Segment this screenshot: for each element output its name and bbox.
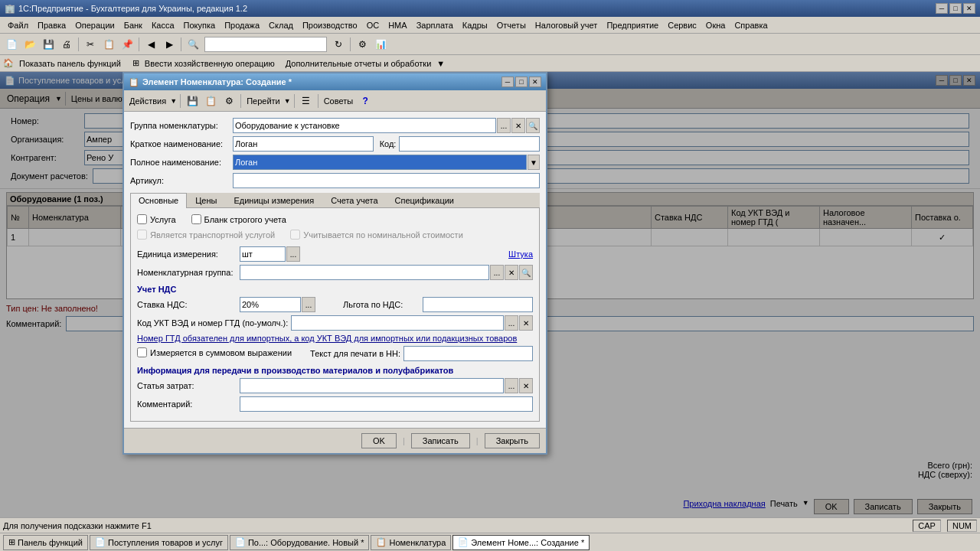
dialog-maximize[interactable]: □	[515, 77, 528, 87]
shortname-input[interactable]	[233, 136, 374, 152]
nomgroup-input[interactable]	[240, 265, 489, 280]
dialog-extra-btn[interactable]: ⚙	[220, 93, 237, 109]
dialog-close-x[interactable]: ✕	[529, 77, 541, 87]
dialog-save-btn[interactable]: 💾	[184, 93, 201, 109]
task-receipts[interactable]: 📄 Поступления товаров и услуг	[90, 535, 228, 550]
minimize-btn[interactable]: ─	[936, 3, 948, 14]
maximize-btn[interactable]: □	[949, 3, 962, 14]
refresh-btn[interactable]: ↻	[330, 36, 347, 53]
task-nomenclature[interactable]: 📋 Номенклатура	[371, 535, 451, 550]
extra1-btn[interactable]: ⚙	[354, 36, 371, 53]
menu-kassa[interactable]: Касса	[147, 19, 179, 31]
tab-basic[interactable]: Основные	[130, 193, 187, 208]
comment-input[interactable]	[240, 396, 533, 412]
menu-file[interactable]: Файл	[3, 19, 33, 31]
vatrate-input[interactable]	[240, 297, 301, 312]
transport-label: Является транспортной услугой	[150, 230, 275, 240]
print-text-input[interactable]	[403, 346, 533, 361]
measured-check[interactable]	[137, 347, 147, 357]
extra-reports-arrow[interactable]: ▼	[436, 59, 445, 68]
fullname-input[interactable]	[233, 155, 527, 170]
ukt-input[interactable]	[291, 315, 504, 331]
menu-nma[interactable]: НМА	[384, 19, 411, 31]
menu-tax[interactable]: Налоговый учет	[531, 19, 603, 31]
vatbenefit-input[interactable]	[423, 297, 533, 312]
dialog-go-arrow[interactable]: ▼	[284, 97, 291, 105]
save-btn[interactable]: 💾	[40, 36, 57, 53]
record-btn[interactable]: Записать	[411, 433, 470, 448]
new-btn[interactable]: 📄	[3, 36, 20, 53]
dialog-help-icon[interactable]: ?	[357, 93, 374, 109]
group-search-btn[interactable]: 🔍	[526, 118, 540, 133]
dialog-minimize[interactable]: ─	[501, 77, 514, 87]
transport-check[interactable]	[137, 230, 147, 240]
menu-windows[interactable]: Окна	[701, 19, 730, 31]
print-btn[interactable]: 🖨	[58, 36, 75, 53]
dialog-советы-btn[interactable]: Советы	[322, 96, 355, 106]
menu-salary[interactable]: Зарплата	[412, 19, 458, 31]
show-panel-btn[interactable]: Показать панель функций	[17, 58, 123, 69]
search-btn[interactable]: 🔍	[185, 36, 201, 53]
service-check[interactable]	[137, 214, 147, 224]
dialog-actions-arrow[interactable]: ▼	[170, 97, 177, 105]
dialog-go-btn[interactable]: Перейти	[244, 96, 283, 106]
menu-enterprise[interactable]: Предприятие	[602, 19, 663, 31]
task-element[interactable]: 📄 Элемент Номе...: Создание *	[452, 535, 590, 550]
fullname-dropdown-btn[interactable]: ▼	[528, 155, 540, 170]
nomgroup-select-btn[interactable]: ...	[490, 265, 504, 280]
extra-reports-btn[interactable]: Дополнительные отчеты и обработки	[283, 58, 434, 69]
menu-production[interactable]: Производство	[298, 19, 362, 31]
extra2-btn[interactable]: 📊	[372, 36, 389, 53]
menu-warehouse[interactable]: Склад	[264, 19, 298, 31]
dialog-actions-btn[interactable]: Действия	[127, 96, 168, 106]
code-input[interactable]	[399, 136, 540, 152]
forward-btn[interactable]: ▶	[161, 36, 178, 53]
menu-sales[interactable]: Продажа	[220, 19, 264, 31]
ok-btn[interactable]: OK	[361, 433, 397, 448]
menu-bank[interactable]: Банк	[119, 19, 147, 31]
menu-service[interactable]: Сервис	[663, 19, 701, 31]
article-input[interactable]	[233, 173, 540, 188]
blank-check[interactable]	[191, 214, 201, 224]
tab-accounts[interactable]: Счета учета	[322, 193, 386, 207]
nomgroup-search-btn[interactable]: 🔍	[519, 265, 533, 280]
task-equipment[interactable]: 📄 По...: Оборудование. Новый *	[230, 535, 370, 550]
ukt-select-btn[interactable]: ...	[505, 315, 518, 331]
menu-os[interactable]: ОС	[362, 19, 384, 31]
tab-prices[interactable]: Цены	[187, 193, 225, 207]
group-select-btn[interactable]: ...	[497, 118, 511, 133]
menu-edit[interactable]: Правка	[33, 19, 70, 31]
close-btn[interactable]: ✕	[963, 3, 975, 14]
cut-btn[interactable]: ✂	[82, 36, 99, 53]
copy-btn[interactable]: 📋	[100, 36, 117, 53]
ukt-clear-btn[interactable]: ✕	[519, 315, 533, 331]
cost-article-input[interactable]	[240, 378, 504, 393]
menu-operations[interactable]: Операции	[70, 19, 119, 31]
menu-reports[interactable]: Отчеты	[492, 19, 531, 31]
unit-input[interactable]	[240, 246, 286, 262]
menu-help[interactable]: Справка	[730, 19, 772, 31]
paste-btn[interactable]: 📌	[119, 36, 136, 53]
nominal-check[interactable]	[290, 230, 300, 240]
task-panel[interactable]: ⊞ Панель функций	[3, 535, 88, 550]
cost-article-clear-btn[interactable]: ✕	[519, 378, 533, 393]
ukt-info-text[interactable]: Номер ГТД обязателен для импортных, а ко…	[137, 334, 533, 343]
group-clear-btn[interactable]: ✕	[511, 118, 525, 133]
menu-purchase[interactable]: Покупка	[179, 19, 220, 31]
vatrate-select-btn[interactable]: ...	[302, 297, 315, 312]
unit-select-btn[interactable]: ...	[286, 246, 300, 262]
dialog-list-btn[interactable]: ☰	[298, 93, 315, 109]
group-input[interactable]	[233, 118, 496, 133]
unit-link[interactable]: Штука	[508, 249, 533, 259]
menu-hr[interactable]: Кадры	[458, 19, 492, 31]
dialog-copy-btn[interactable]: 📋	[202, 93, 219, 109]
back-btn[interactable]: ◀	[142, 36, 159, 53]
open-btn[interactable]: 📂	[21, 36, 38, 53]
enter-operation-btn[interactable]: Ввести хозяйственную операцию	[142, 58, 277, 69]
dialog-close-btn[interactable]: Закрыть	[485, 433, 540, 448]
cost-article-select-btn[interactable]: ...	[505, 378, 518, 393]
tab-units[interactable]: Единицы измерения	[225, 193, 322, 207]
nomgroup-clear-btn[interactable]: ✕	[505, 265, 518, 280]
tab-specs[interactable]: Спецификации	[387, 193, 462, 207]
search-field[interactable]	[204, 37, 327, 52]
